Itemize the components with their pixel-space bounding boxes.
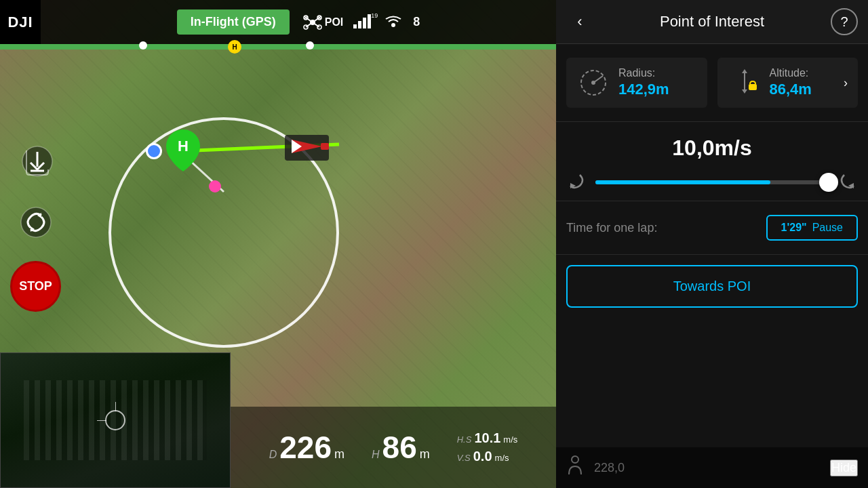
rotate-button[interactable] xyxy=(19,205,53,239)
back-icon: ‹ xyxy=(577,13,582,30)
metrics-row: Radius: 142,9m Altitude: 86,4m › xyxy=(556,44,868,122)
speed-slider-fill xyxy=(595,180,770,184)
speed-clockwise-icon[interactable] xyxy=(839,171,858,194)
drone-position-dot xyxy=(146,143,162,159)
speed-value: 10,0m/s xyxy=(566,136,858,161)
distance-label: D xyxy=(269,449,277,461)
radius-label: Radius: xyxy=(618,67,669,79)
speed-counterclockwise-icon[interactable] xyxy=(566,171,585,194)
back-button[interactable]: ‹ xyxy=(566,8,593,35)
altitude-arrow: › xyxy=(844,76,848,90)
right-panel-header: ‹ Point of Interest ? xyxy=(556,0,868,44)
radius-icon xyxy=(576,66,610,100)
svg-point-17 xyxy=(391,23,395,27)
person-icon xyxy=(566,455,584,480)
wifi-icon xyxy=(384,13,403,31)
vs-value: 0.0 xyxy=(473,449,492,464)
svg-rect-13 xyxy=(353,24,357,28)
vs-stat: V.S 0.0 m/s xyxy=(457,449,518,464)
altitude-value: 86,4m xyxy=(770,81,812,98)
panel-title: Point of Interest xyxy=(593,13,831,30)
radius-value: 142,9m xyxy=(618,81,669,98)
svg-rect-25 xyxy=(321,143,329,150)
hide-button[interactable]: Hide xyxy=(830,460,858,476)
signal-strength-icon: 19 xyxy=(353,14,374,30)
distance-value: 226 xyxy=(279,432,332,463)
progress-bar: H xyxy=(0,44,556,49)
vs-label: V.S xyxy=(457,453,471,463)
speed-slider-thumb[interactable] xyxy=(819,173,838,192)
lap-section: Time for one lap: 1'29" Pause xyxy=(556,201,868,255)
lap-label: Time for one lap: xyxy=(566,221,756,235)
top-bar: DJI In-Flight (GPS) xyxy=(0,0,556,44)
map-panel: DJI In-Flight (GPS) xyxy=(0,0,556,488)
speed-control xyxy=(566,171,858,194)
hide-section: 228,0 Hide xyxy=(556,447,868,488)
altitude-label: H xyxy=(372,449,380,461)
help-icon: ? xyxy=(840,14,848,30)
altitude-label: Altitude: xyxy=(770,67,812,79)
hs-unit: m/s xyxy=(503,434,517,445)
altitude-info: Altitude: 86,4m xyxy=(770,67,812,98)
svg-text:H: H xyxy=(178,138,189,155)
progress-dot-left xyxy=(139,41,147,49)
battery-indicator: 8 xyxy=(413,15,420,29)
distance-stat: D 226 m xyxy=(269,432,344,463)
speed-section: 10,0m/s xyxy=(556,122,868,201)
home-marker: H xyxy=(166,129,200,170)
hs-value: 10.1 xyxy=(474,430,500,446)
flight-status-area: In-Flight (GPS) xyxy=(41,9,556,35)
radius-info: Radius: 142,9m xyxy=(618,67,669,98)
poi-icon-group: POI xyxy=(303,15,344,30)
poi-dot xyxy=(209,180,221,192)
drone-icon xyxy=(281,129,332,169)
altitude-unit: m xyxy=(420,447,430,462)
hs-stat: H.S 10.1 m/s xyxy=(457,430,518,446)
vs-unit: m/s xyxy=(495,453,509,463)
drone-icon-svg xyxy=(303,15,322,30)
svg-marker-36 xyxy=(742,69,747,73)
svg-point-34 xyxy=(591,81,595,85)
map-overlay: H xyxy=(0,49,556,488)
speed-stats: H.S 10.1 m/s V.S 0.0 m/s xyxy=(457,430,518,464)
status-icons: POI 19 xyxy=(303,13,420,31)
flight-status-label: In-Flight (GPS) xyxy=(177,9,290,35)
svg-rect-15 xyxy=(363,18,366,28)
svg-rect-38 xyxy=(749,84,757,90)
altitude-card: Altitude: 86,4m › xyxy=(717,58,859,108)
hs-label: H.S xyxy=(457,434,472,445)
altitude-value: 86 xyxy=(382,432,417,463)
dji-logo: DJI xyxy=(0,0,41,44)
video-preview xyxy=(0,352,231,488)
towards-poi-button[interactable]: Towards POI xyxy=(566,265,858,308)
distance-unit: m xyxy=(334,447,344,462)
stop-text: STOP xyxy=(19,279,52,293)
help-button[interactable]: ? xyxy=(831,8,858,35)
svg-point-8 xyxy=(310,20,315,25)
dji-logo-text: DJI xyxy=(7,14,33,31)
progress-dot-right xyxy=(306,41,314,49)
svg-marker-37 xyxy=(742,89,747,94)
lap-pause-button[interactable]: 1'29" Pause xyxy=(766,215,858,241)
download-button[interactable] xyxy=(20,144,54,178)
stop-button[interactable]: STOP xyxy=(10,261,61,312)
svg-point-29 xyxy=(21,207,51,237)
radius-card: Radius: 142,9m xyxy=(566,58,707,108)
svg-point-41 xyxy=(572,456,578,463)
svg-rect-14 xyxy=(358,21,361,28)
poi-text: POI xyxy=(325,16,344,28)
lap-time-value: 1'29" xyxy=(781,222,807,234)
signal-number: 19 xyxy=(371,12,378,19)
video-crosshair xyxy=(105,410,125,430)
video-preview-inner xyxy=(1,353,230,487)
right-panel: ‹ Point of Interest ? Radius: 142,9m xyxy=(556,0,868,488)
altitude-icon xyxy=(728,66,762,100)
speed-slider[interactable] xyxy=(595,180,829,184)
flight-stats-bar: D 226 m H 86 m H.S 10.1 m/s V.S 0.0 m/s xyxy=(231,407,556,488)
pause-text: Pause xyxy=(812,222,843,234)
altitude-stat: H 86 m xyxy=(372,432,430,463)
hide-distance-value: 228,0 xyxy=(594,461,625,475)
